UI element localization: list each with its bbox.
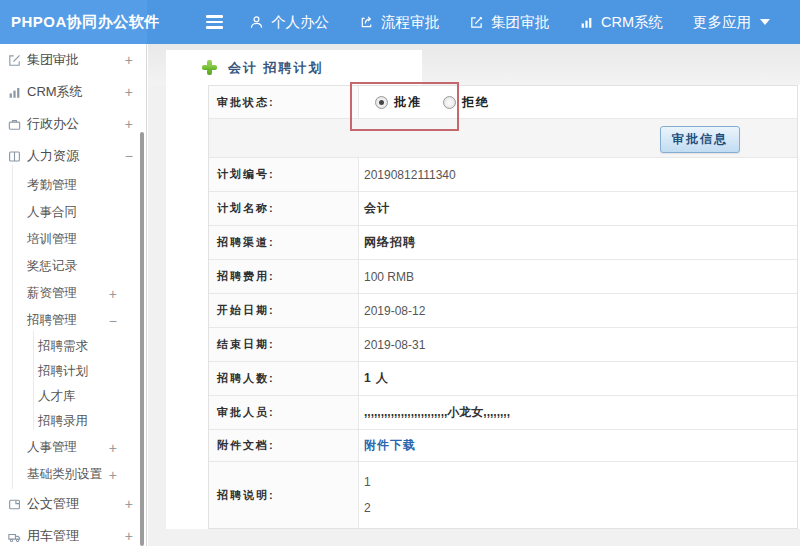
tab-bar: 会计 招聘计划: [148, 44, 800, 85]
sidebar: 集团审批 + CRM系统 + 行政办公 + 人力资源 − 考勤管理 人事合同 培…: [0, 44, 147, 546]
book-icon: [7, 149, 22, 164]
row-approval-action: 审批信息: [209, 119, 797, 158]
sidebar-scrollbar-thumb[interactable]: [140, 132, 144, 546]
attachment-download-link[interactable]: 附件下载: [364, 437, 416, 454]
sidebar-item-attendance[interactable]: 考勤管理: [0, 172, 146, 199]
sidebar-item-salary[interactable]: 薪资管理 +: [0, 280, 146, 307]
briefcase-icon: [7, 117, 22, 132]
field-label: 审批人员:: [209, 396, 359, 429]
flow-icon: [359, 15, 374, 30]
sidebar-item-crm[interactable]: CRM系统 +: [0, 76, 146, 108]
row-description: 招聘说明: 1 2: [209, 462, 797, 528]
approval-button-bar: 审批信息: [209, 119, 797, 157]
nav-group-approval[interactable]: 集团审批: [469, 13, 549, 32]
page-title: 会计 招聘计划: [228, 59, 324, 77]
expander[interactable]: +: [125, 116, 133, 132]
active-tab-recruit-plan[interactable]: 会计 招聘计划: [166, 50, 422, 85]
approval-info-button[interactable]: 审批信息: [660, 126, 740, 153]
field-label: 招聘人数:: [209, 362, 359, 395]
expander[interactable]: +: [125, 84, 133, 100]
expander[interactable]: +: [125, 496, 133, 512]
user-icon: [249, 15, 264, 30]
row-start-date: 开始日期: 2019-08-12: [209, 294, 797, 328]
detail-panel: 审批状态: 批准 拒绝 审批信息 计划编号: 2019: [166, 85, 800, 529]
row-approval-status: 审批状态: 批准 拒绝: [209, 86, 797, 119]
row-attachment: 附件文档: 附件下载: [209, 430, 797, 462]
row-recruit-channel: 招聘渠道: 网络招聘: [209, 226, 797, 260]
description-value: 1 2: [359, 462, 797, 528]
collapse-expander[interactable]: −: [125, 148, 133, 164]
expander[interactable]: +: [125, 52, 133, 68]
row-approvers: 审批人员: ,,,,,,,,,,,,,,,,,,,,,,,,,小龙女,,,,,,…: [209, 396, 797, 430]
truck-icon: [7, 529, 22, 544]
sidebar-item-personnel-mgmt[interactable]: 人事管理 +: [0, 434, 146, 461]
sidebar-item-hr-contract[interactable]: 人事合同: [0, 199, 146, 226]
field-label: 计划编号:: [209, 158, 359, 191]
sidebar-item-base-category[interactable]: 基础类别设置 +: [0, 461, 146, 488]
bar-chart-icon: [7, 85, 22, 100]
edit-icon: [469, 15, 484, 30]
expander[interactable]: +: [109, 286, 117, 302]
detail-table: 审批状态: 批准 拒绝 审批信息 计划编号: 2019: [208, 85, 798, 529]
field-value: ,,,,,,,,,,,,,,,,,,,,,,,,,小龙女,,,,,,,,: [359, 396, 797, 429]
field-label: 招聘渠道:: [209, 226, 359, 259]
plus-icon: [202, 60, 217, 75]
sidebar-item-admin-office[interactable]: 行政办公 +: [0, 108, 146, 140]
radio-approve-label[interactable]: 批准: [394, 94, 422, 111]
field-label: 招聘费用:: [209, 260, 359, 293]
sidebar-item-talent-pool[interactable]: 人才库: [0, 384, 146, 409]
field-label: 结束日期:: [209, 328, 359, 361]
nav-process-approval[interactable]: 流程审批: [359, 13, 439, 32]
sidebar-item-reward-punish[interactable]: 奖惩记录: [0, 253, 146, 280]
row-recruit-cost: 招聘费用: 100 RMB: [209, 260, 797, 294]
approval-status-value: 批准 拒绝: [359, 86, 797, 118]
row-plan-name: 计划名称: 会计: [209, 192, 797, 226]
main-content: 会计 招聘计划 审批状态: 批准 拒绝 审批信: [148, 44, 800, 546]
collapse-expander[interactable]: −: [109, 313, 117, 329]
sidebar-item-recruit-demand[interactable]: 招聘需求: [0, 334, 146, 359]
field-value: 20190812111340: [359, 158, 797, 191]
nav-personal-office[interactable]: 个人办公: [249, 13, 329, 32]
field-value: 2019-08-12: [359, 294, 797, 327]
field-value: 100 RMB: [359, 260, 797, 293]
document-icon: [7, 497, 22, 512]
sidebar-item-document-mgmt[interactable]: 公文管理 +: [0, 488, 146, 520]
row-headcount: 招聘人数: 1 人: [209, 362, 797, 396]
bar-chart-icon: [579, 15, 594, 30]
nav-crm-system[interactable]: CRM系统: [579, 13, 663, 32]
expander[interactable]: +: [109, 440, 117, 456]
field-value: 2019-08-31: [359, 328, 797, 361]
field-label: 招聘说明:: [209, 462, 359, 528]
field-label: 开始日期:: [209, 294, 359, 327]
field-label: 计划名称:: [209, 192, 359, 225]
radio-reject-label[interactable]: 拒绝: [462, 94, 490, 111]
field-label: 审批状态:: [209, 86, 359, 118]
radio-reject[interactable]: [443, 96, 456, 109]
row-plan-number: 计划编号: 20190812111340: [209, 158, 797, 192]
sidebar-item-hr[interactable]: 人力资源 −: [0, 140, 146, 172]
edit-square-icon: [7, 53, 22, 68]
sidebar-item-training[interactable]: 培训管理: [0, 226, 146, 253]
sidebar-item-recruit-mgmt[interactable]: 招聘管理 −: [0, 307, 146, 334]
nav-more-apps[interactable]: 更多应用: [693, 13, 770, 32]
sidebar-item-vehicle-mgmt[interactable]: 用车管理 +: [0, 520, 146, 546]
sidebar-item-group-approval[interactable]: 集团审批 +: [0, 44, 146, 76]
caret-down-icon: [760, 19, 770, 25]
radio-approve[interactable]: [375, 96, 388, 109]
field-value: 1 人: [359, 362, 797, 395]
hamburger-menu-icon[interactable]: [206, 12, 223, 32]
field-value: 会计: [359, 192, 797, 225]
app-logo: PHPOA协同办公软件: [0, 0, 147, 44]
field-value: 网络招聘: [359, 226, 797, 259]
app-window: PHPOA协同办公软件 个人办公 流程审批 集团审批: [0, 0, 800, 546]
sidebar-item-recruit-plan[interactable]: 招聘计划: [0, 359, 146, 384]
expander[interactable]: +: [109, 467, 117, 483]
field-label: 附件文档:: [209, 430, 359, 461]
topbar: PHPOA协同办公软件 个人办公 流程审批 集团审批: [0, 0, 800, 44]
top-navigation: 个人办公 流程审批 集团审批 CRM系统 更多应用: [249, 13, 800, 32]
expander[interactable]: +: [125, 528, 133, 544]
sidebar-item-recruit-hire[interactable]: 招聘录用: [0, 409, 146, 434]
row-end-date: 结束日期: 2019-08-31: [209, 328, 797, 362]
